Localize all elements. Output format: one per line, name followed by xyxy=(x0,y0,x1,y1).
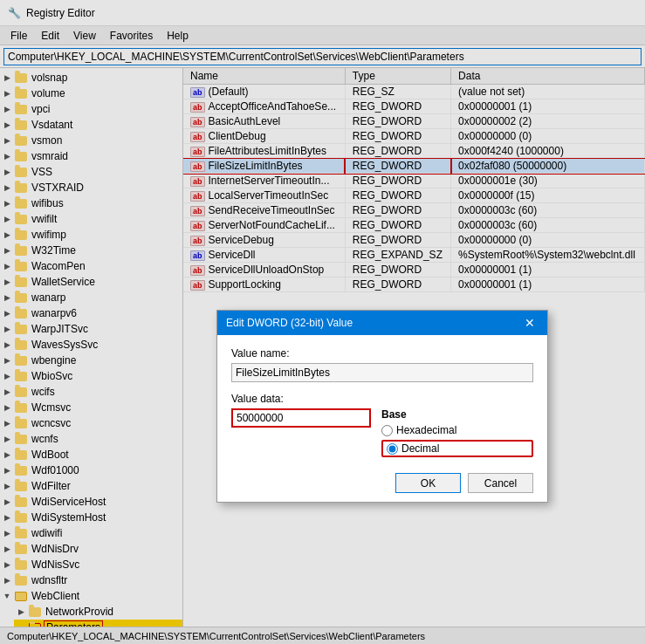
expand-vsmon[interactable]: ▶ xyxy=(0,134,14,147)
table-row[interactable]: abServerNotFoundCacheLif... REG_DWORD 0x… xyxy=(183,218,645,233)
expand-wdfilter[interactable]: ▶ xyxy=(0,479,14,493)
table-row[interactable]: abFileSizeLimitInBytes REG_DWORD 0x02faf… xyxy=(183,159,645,174)
tree-item-w32time[interactable]: ▶ W32Time xyxy=(0,243,182,258)
expand-wdisystemhost[interactable]: ▶ xyxy=(0,510,14,524)
expand-wanarp[interactable]: ▶ xyxy=(0,291,14,305)
expand-wdiwifi[interactable]: ▶ xyxy=(0,526,14,540)
tree-item-wanarpv6[interactable]: ▶ wanarpv6 xyxy=(0,305,182,321)
tree-item-networkprovid[interactable]: ▶ NetworkProvid xyxy=(14,604,182,620)
tree-item-wcncsvc[interactable]: ▶ wcncsvc xyxy=(0,415,182,431)
table-row[interactable]: abBasicAuthLevel REG_DWORD 0x00000002 (2… xyxy=(183,114,645,129)
address-input[interactable] xyxy=(3,48,642,65)
tree-item-wanarp[interactable]: ▶ wanarp xyxy=(0,290,182,305)
expand-vwifilt[interactable]: ▶ xyxy=(0,212,14,226)
tree-item-wacompen[interactable]: ▶ WacomPen xyxy=(0,258,182,274)
tree-item-vpci[interactable]: ▶ vpci xyxy=(0,101,182,117)
tree-item-wavessyssvc[interactable]: ▶ WavesSysSvc xyxy=(0,337,182,353)
expand-vsmraid[interactable]: ▶ xyxy=(0,149,14,163)
radio-hexadecimal[interactable] xyxy=(381,425,393,436)
col-data[interactable]: Data xyxy=(451,68,645,85)
tree-item-vsdatant[interactable]: ▶ Vsdatant xyxy=(0,117,182,133)
expand-volsnap[interactable]: ▶ xyxy=(0,71,14,85)
tree-item-wcnfs[interactable]: ▶ wcnfs xyxy=(0,431,182,447)
table-row[interactable]: abServiceDll REG_EXPAND_SZ %SystemRoot%\… xyxy=(183,248,645,263)
ok-button[interactable]: OK xyxy=(395,473,461,493)
menu-file[interactable]: File xyxy=(3,28,34,44)
expand-networkprovid[interactable]: ▶ xyxy=(14,605,28,619)
expand-vwifimp[interactable]: ▶ xyxy=(0,228,14,242)
tree-item-vsmraid[interactable]: ▶ vsmraid xyxy=(0,148,182,164)
tree-item-wbiosvc[interactable]: ▶ WbioSvc xyxy=(0,368,182,384)
table-row[interactable]: abAcceptOfficeAndTahoeSe... REG_DWORD 0x… xyxy=(183,99,645,114)
tree-item-vss[interactable]: ▶ VSS xyxy=(0,164,182,180)
tree-item-wdisystemhost[interactable]: ▶ WdiSystemHost xyxy=(0,510,182,525)
tree-item-vstxraid[interactable]: ▶ VSTXRAID xyxy=(0,180,182,195)
expand-vstxraid[interactable]: ▶ xyxy=(0,181,14,195)
expand-wdf01000[interactable]: ▶ xyxy=(0,463,14,477)
expand-wifibus[interactable]: ▶ xyxy=(0,196,14,210)
tree-item-wdf01000[interactable]: ▶ Wdf01000 xyxy=(0,462,182,478)
expand-wbiosvc[interactable]: ▶ xyxy=(0,369,14,383)
tree-item-wdnsfltr[interactable]: ▶ wdnsfltr xyxy=(0,572,182,588)
tree-item-wdboot[interactable]: ▶ WdBoot xyxy=(0,447,182,462)
expand-wdnisdrv[interactable]: ▶ xyxy=(0,542,14,556)
table-row[interactable]: abClientDebug REG_DWORD 0x00000000 (0) xyxy=(183,129,645,144)
cancel-button[interactable]: Cancel xyxy=(468,473,533,493)
value-data-input[interactable] xyxy=(231,408,371,428)
expand-wcmsvc[interactable]: ▶ xyxy=(0,401,14,414)
tree-item-wcmsvc[interactable]: ▶ Wcmsvc xyxy=(0,400,182,415)
expand-wdnsfltr[interactable]: ▶ xyxy=(0,573,14,587)
tree-item-vsmon[interactable]: ▶ vsmon xyxy=(0,133,182,148)
table-row[interactable]: abSendReceiveTimeoutInSec REG_DWORD 0x00… xyxy=(183,203,645,218)
expand-volume[interactable]: ▶ xyxy=(0,86,14,100)
tree-item-wdfilter[interactable]: ▶ WdFilter xyxy=(0,478,182,494)
col-type[interactable]: Type xyxy=(345,68,450,85)
table-row[interactable]: abFileAttributesLimitInBytes REG_DWORD 0… xyxy=(183,144,645,159)
expand-walletservice[interactable]: ▶ xyxy=(0,275,14,289)
expand-wavessyssvc[interactable]: ▶ xyxy=(0,338,14,352)
expand-vpci[interactable]: ▶ xyxy=(0,102,14,116)
expand-wcncsvc[interactable]: ▶ xyxy=(0,416,14,430)
expand-wbengine[interactable]: ▶ xyxy=(0,353,14,367)
tree-item-wdiwifi[interactable]: ▶ wdiwifi xyxy=(0,525,182,541)
menu-edit[interactable]: Edit xyxy=(34,28,66,44)
table-row[interactable]: abServiceDebug REG_DWORD 0x00000000 (0) xyxy=(183,233,645,248)
col-name[interactable]: Name xyxy=(183,68,345,85)
dialog-close-button[interactable]: ✕ xyxy=(521,314,539,332)
tree-item-wdnisdrv[interactable]: ▶ WdNisDrv xyxy=(0,541,182,557)
tree-item-volume[interactable]: ▶ volume xyxy=(0,86,182,101)
tree-item-vwifilt[interactable]: ▶ vwifilt xyxy=(0,211,182,227)
menu-view[interactable]: View xyxy=(66,28,103,44)
tree-item-volsnap[interactable]: ▶ volsnap xyxy=(0,70,182,86)
tree-item-wbengine[interactable]: ▶ wbengine xyxy=(0,353,182,368)
table-row[interactable]: abServiceDllUnloadOnStop REG_DWORD 0x000… xyxy=(183,263,645,277)
tree-item-webclient[interactable]: ▼ WebClient xyxy=(0,588,182,604)
table-row[interactable]: abSupportLocking REG_DWORD 0x00000001 (1… xyxy=(183,277,645,292)
expand-vss[interactable]: ▶ xyxy=(0,165,14,179)
menu-favorites[interactable]: Favorites xyxy=(103,28,160,44)
table-row[interactable]: ab(Default) REG_SZ (value not set) xyxy=(183,85,645,99)
expand-wacompen[interactable]: ▶ xyxy=(0,259,14,273)
expand-w32time[interactable]: ▶ xyxy=(0,243,14,257)
tree-item-wdiservicehost[interactable]: ▶ WdiServiceHost xyxy=(0,494,182,510)
expand-wcifs[interactable]: ▶ xyxy=(0,385,14,399)
expand-webclient[interactable]: ▼ xyxy=(0,589,14,603)
expand-wanarpv6[interactable]: ▶ xyxy=(0,306,14,320)
tree-item-parameters[interactable]: ▶ Parameters xyxy=(14,620,182,627)
tree-item-wifibus[interactable]: ▶ wifibus xyxy=(0,195,182,211)
expand-vsdatant[interactable]: ▶ xyxy=(0,118,14,132)
tree-item-walletservice[interactable]: ▶ WalletService xyxy=(0,274,182,290)
radio-decimal[interactable] xyxy=(387,443,398,455)
table-row[interactable]: abLocalServerTimeoutInSec REG_DWORD 0x00… xyxy=(183,188,645,203)
tree-item-wcifs[interactable]: ▶ wcifs xyxy=(0,384,182,400)
tree-item-wdnissvc[interactable]: ▶ WdNisSvc xyxy=(0,557,182,572)
expand-wdboot[interactable]: ▶ xyxy=(0,448,14,462)
menu-help[interactable]: Help xyxy=(160,28,196,44)
table-row[interactable]: abInternetServerTimeoutIn... REG_DWORD 0… xyxy=(183,174,645,188)
value-name-input[interactable] xyxy=(231,363,533,382)
tree-item-warpjltsvc[interactable]: ▶ WarpJITSvc xyxy=(0,321,182,337)
expand-wcnfs[interactable]: ▶ xyxy=(0,432,14,446)
expand-warpjltsvc[interactable]: ▶ xyxy=(0,322,14,336)
expand-wdiservicehost[interactable]: ▶ xyxy=(0,495,14,509)
expand-wdnissvc[interactable]: ▶ xyxy=(0,558,14,572)
